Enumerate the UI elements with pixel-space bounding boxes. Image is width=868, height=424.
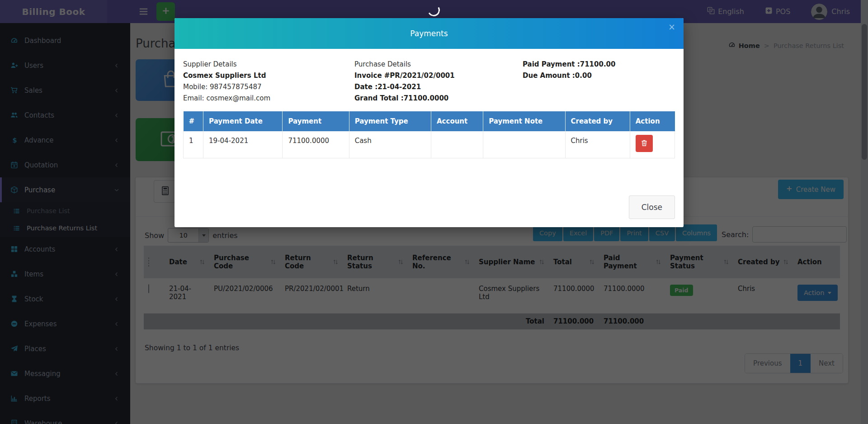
payment-row: 1 19-04-2021 71100.0000 Cash Chris	[184, 131, 675, 158]
supplier-details: Supplier Details Cosmex Suppliers Ltd Mo…	[183, 59, 354, 104]
close-button[interactable]: Close	[629, 195, 675, 219]
payment-date: 19-04-2021	[203, 131, 283, 158]
payment-type: Cash	[349, 131, 431, 158]
payment-amount: 71100.0000	[283, 131, 349, 158]
close-icon[interactable]: ×	[668, 22, 675, 32]
modal-title: Payments	[410, 29, 448, 38]
payment-note	[483, 131, 565, 158]
trash-icon	[641, 139, 648, 148]
payment-summary: Paid Payment :71100.00 Due Amount :0.00	[523, 59, 675, 104]
modal-footer: Close	[629, 195, 675, 219]
due-amount-text: Due Amount :0.00	[523, 70, 675, 81]
paid-payment-text: Paid Payment :71100.00	[523, 59, 675, 70]
purchase-invoice: Invoice #PR/2021/02/0001	[354, 70, 523, 81]
payments-modal: Payments × Supplier Details Cosmex Suppl…	[175, 18, 684, 227]
purchase-date: Date :21-04-2021	[354, 81, 523, 93]
purchase-heading: Purchase Details	[354, 59, 523, 70]
payments-table: # Payment Date Payment Payment Type Acco…	[183, 111, 675, 158]
supplier-email: Email: cosmex@mail.com	[183, 93, 354, 104]
purchase-grand-total: Grand Total :71100.0000	[354, 93, 523, 104]
payment-account	[431, 131, 483, 158]
supplier-mobile: Mobile: 987457875487	[183, 81, 354, 93]
supplier-name: Cosmex Suppliers Ltd	[183, 70, 354, 81]
purchase-details: Purchase Details Invoice #PR/2021/02/000…	[354, 59, 523, 104]
payment-num: 1	[184, 131, 203, 158]
modal-header: Payments ×	[175, 18, 684, 49]
modal-details: Supplier Details Cosmex Suppliers Ltd Mo…	[175, 49, 684, 104]
delete-payment-button[interactable]	[636, 135, 653, 152]
payments-header-row: # Payment Date Payment Payment Type Acco…	[184, 111, 675, 131]
payment-created-by: Chris	[565, 131, 630, 158]
supplier-heading: Supplier Details	[183, 59, 354, 70]
